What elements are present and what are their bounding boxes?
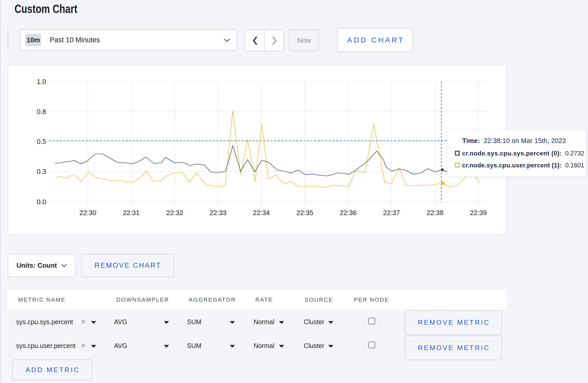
svg-text:22:35: 22:35	[296, 209, 313, 217]
svg-text:22:31: 22:31	[123, 209, 139, 217]
svg-text:22:30: 22:30	[79, 209, 96, 217]
svg-text:0.5: 0.5	[37, 138, 46, 145]
svg-text:22:34: 22:34	[253, 209, 270, 217]
svg-text:0.8: 0.8	[37, 108, 46, 116]
svg-text:0.3: 0.3	[37, 168, 46, 175]
svg-text:0.0: 0.0	[37, 198, 46, 206]
svg-text:22:37: 22:37	[383, 209, 400, 217]
svg-text:22:32: 22:32	[166, 209, 183, 217]
svg-text:1.0: 1.0	[37, 78, 46, 86]
svg-text:22:38: 22:38	[426, 209, 443, 217]
svg-text:22:33: 22:33	[209, 209, 226, 217]
svg-text:22:36: 22:36	[340, 209, 356, 217]
svg-text:22:39: 22:39	[470, 209, 487, 217]
